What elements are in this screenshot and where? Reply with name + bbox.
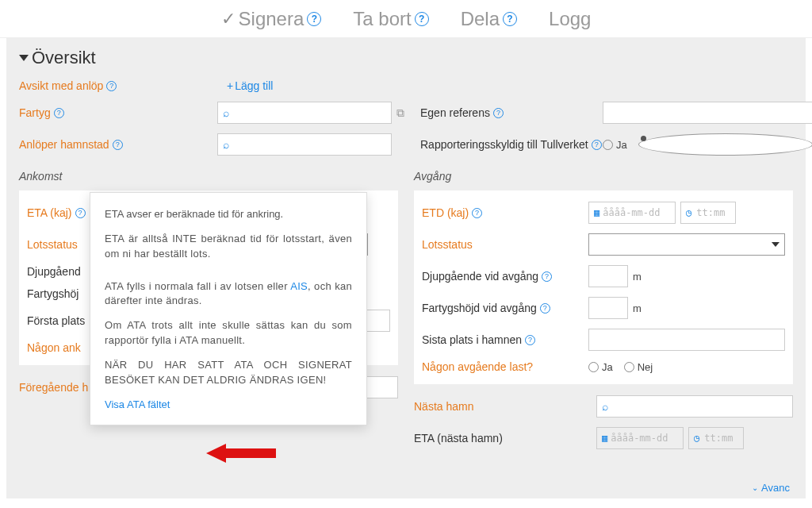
check-icon: ✓: [221, 9, 236, 29]
help-icon[interactable]: ?: [54, 108, 64, 118]
port-input[interactable]: ⌕: [217, 133, 392, 156]
overview-title-row[interactable]: Översikt: [19, 48, 793, 68]
sign-action[interactable]: ✓ Signera ?: [221, 8, 322, 30]
arrival-title: Ankomst: [19, 170, 398, 183]
search-icon: ⌕: [223, 106, 229, 119]
unit-m: m: [633, 271, 642, 283]
top-action-bar: ✓ Signera ? Ta bort ? Dela ? Logg: [0, 0, 812, 38]
intent-label: Avsikt med anlöp ?: [19, 79, 227, 92]
departure-draft-input[interactable]: [588, 265, 628, 287]
vessel-label: Fartyg ?: [19, 106, 217, 119]
delete-label: Ta bort: [353, 8, 411, 30]
etd-date-input[interactable]: ▦åååå-mm-dd: [588, 202, 676, 224]
intent-row: Avsikt med anlöp ? +Lägg till: [19, 79, 793, 92]
departure-box: ETD (kaj) ? ▦åååå-mm-dd ◷tt:mm Lotsstatu…: [414, 190, 793, 384]
departure-title: Avgång: [414, 170, 793, 183]
departure-height-label: Fartygshöjd vid avgång ?: [422, 302, 588, 314]
next-port-input[interactable]: ⌕: [596, 395, 793, 418]
departure-height-input[interactable]: [588, 297, 628, 319]
help-icon[interactable]: ?: [307, 12, 321, 26]
yes-label: Ja: [602, 361, 613, 373]
no-label: Nej: [638, 361, 653, 373]
help-icon[interactable]: ?: [542, 271, 552, 282]
clock-icon: ◷: [686, 207, 691, 218]
help-icon[interactable]: ?: [75, 208, 86, 218]
log-label: Logg: [549, 8, 591, 30]
yes-label: Ja: [616, 139, 627, 151]
share-label: Dela: [461, 8, 500, 30]
clock-icon: ◷: [694, 433, 699, 444]
etd-label: ETD (kaj) ?: [422, 206, 588, 219]
departure-pilot-label: Lotsstatus: [422, 238, 588, 251]
chevron-down-icon: [772, 242, 779, 247]
show-ata-link[interactable]: Visa ATA fältet: [105, 398, 170, 410]
etanext-time-input[interactable]: ◷tt:mm: [688, 427, 744, 449]
sign-label: Signera: [239, 8, 304, 30]
etanext-label: ETA (nästa hamn): [414, 432, 596, 444]
search-icon: ⌕: [602, 400, 608, 413]
tooltip-text: ETA avser er beräknade tid för ankring.: [105, 207, 352, 222]
delete-action[interactable]: Ta bort ?: [353, 8, 428, 30]
departure-last-label: Sista plats i hamnen ?: [422, 333, 588, 346]
help-icon[interactable]: ?: [540, 303, 550, 314]
help-icon[interactable]: ?: [106, 81, 117, 91]
plus-icon: +: [227, 79, 233, 92]
svg-marker-0: [206, 444, 276, 463]
tooltip-text: ETA är alltså INTE beräknad tid för lots…: [105, 232, 352, 262]
etd-time-input[interactable]: ◷tt:mm: [680, 202, 736, 224]
unit-m: m: [633, 302, 642, 314]
caret-down-icon: [19, 55, 29, 61]
ownref-label: Egen referens ?: [420, 106, 603, 119]
share-action[interactable]: Dela ?: [461, 8, 517, 30]
vessel-input[interactable]: ⌕: [217, 102, 392, 124]
help-icon[interactable]: ?: [503, 12, 517, 26]
overview-title: Översikt: [32, 48, 96, 68]
advanced-toggle[interactable]: ⌄ Avanc: [752, 482, 790, 494]
add-intent-link[interactable]: +Lägg till: [227, 79, 273, 92]
next-port-label: Nästa hamn: [414, 400, 596, 413]
etanext-date-input[interactable]: ▦åååå-mm-dd: [596, 427, 684, 449]
tooltip-text: Om ATA trots allt inte skulle sättas kan…: [105, 318, 352, 348]
customs-yes-radio[interactable]: [603, 140, 613, 150]
chevron-down-icon: ⌄: [752, 483, 758, 492]
tooltip-text: ATA fylls i normala fall i av lotsen ell…: [105, 279, 352, 310]
help-icon[interactable]: ?: [525, 335, 535, 345]
customs-no-radio[interactable]: [638, 133, 812, 156]
dep-cargo-yes-radio[interactable]: [588, 362, 599, 372]
calendar-icon: ▦: [602, 433, 606, 444]
help-icon[interactable]: ?: [592, 140, 602, 150]
port-label: Anlöper hamnstad ?: [19, 138, 217, 151]
calendar-icon: ▦: [594, 207, 598, 218]
customs-label: Rapporteringsskyldig till Tullverket ?: [420, 138, 603, 151]
tooltip-text: NÄR DU HAR SATT ATA OCH SIGNERAT BESÖKET…: [105, 358, 352, 388]
annotation-arrow-icon: [206, 441, 278, 465]
help-icon[interactable]: ?: [113, 140, 123, 150]
eta-tooltip: ETA avser er beräknade tid för ankring. …: [90, 192, 367, 425]
search-icon: ⌕: [223, 138, 229, 151]
copy-icon[interactable]: ⧉: [396, 106, 404, 120]
departure-draft-label: Djupgående vid avgång ?: [422, 270, 588, 283]
help-icon[interactable]: ?: [493, 108, 504, 118]
departure-pilot-select[interactable]: [588, 233, 785, 256]
help-icon[interactable]: ?: [415, 12, 429, 26]
dep-cargo-no-radio[interactable]: [624, 362, 634, 372]
ais-link[interactable]: AIS: [290, 280, 308, 292]
ownref-input[interactable]: [603, 102, 812, 124]
departure-last-input[interactable]: [588, 329, 785, 351]
log-action[interactable]: Logg: [549, 8, 591, 30]
help-icon[interactable]: ?: [472, 208, 482, 218]
departure-cargo-label: Någon avgående last?: [422, 360, 588, 373]
